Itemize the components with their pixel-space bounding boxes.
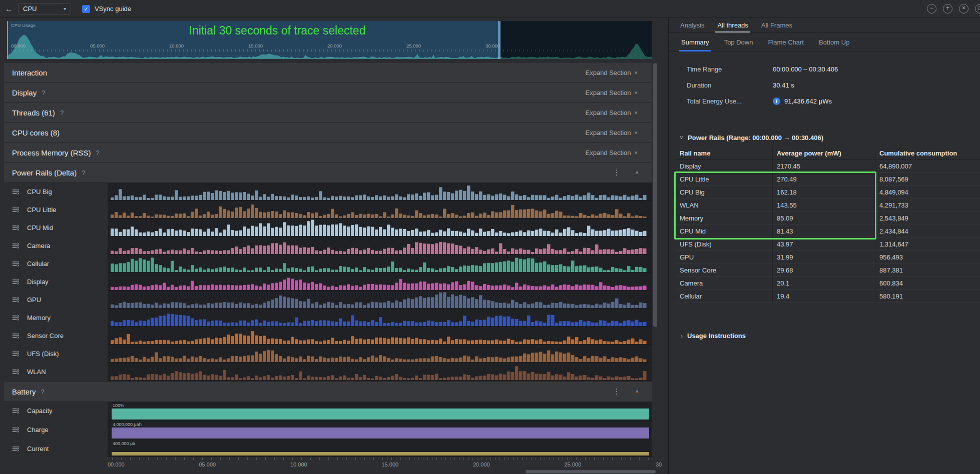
help-icon[interactable]: ? (82, 169, 85, 176)
subtab-bottom-up[interactable]: Bottom Up (811, 33, 857, 52)
help-icon[interactable]: ? (41, 388, 45, 396)
track-options-icon[interactable] (12, 368, 20, 376)
info-icon[interactable]: i (773, 98, 780, 105)
track-options-icon[interactable] (12, 332, 20, 340)
rail-table-row-display[interactable]: Display2170.4564,890,007 (676, 160, 980, 173)
collapse-section-icon[interactable]: ˄ (636, 170, 639, 176)
rail-table-row-cpu-mid[interactable]: CPU Mid81.432,434,844 (676, 225, 980, 238)
zoom-in-button[interactable]: + (943, 4, 952, 14)
checkbox-checked-icon: ✓ (82, 5, 90, 13)
expand-section-button[interactable]: Expand Section˅ (585, 149, 638, 156)
section-header-battery[interactable]: Battery?⋮˄ (4, 382, 652, 401)
column-header-average-power-mw[interactable]: Average power (mW) (772, 147, 875, 160)
help-icon[interactable]: ? (96, 149, 100, 156)
power-rail-track-cellular[interactable]: Cellular (4, 255, 652, 273)
battery-track-capacity[interactable]: Capacity100% (4, 402, 652, 421)
minimap-tick-label: 05.000 (90, 43, 105, 48)
help-icon[interactable]: ? (42, 89, 45, 96)
power-rail-track-display[interactable]: Display (4, 273, 652, 291)
more-options-icon[interactable]: ⋮ (613, 387, 621, 396)
zoom-to-selection-button[interactable]: □ (975, 4, 980, 14)
rail-table-row-sensor-core[interactable]: Sensor Core29.68887,381 (676, 264, 980, 277)
track-options-icon[interactable] (12, 206, 20, 214)
section-row-process-memory-rss[interactable]: Process Memory (RSS)?Expand Section˅ (4, 143, 652, 162)
subtab-flame-chart[interactable]: Flame Chart (760, 33, 811, 52)
track-options-icon[interactable] (12, 188, 20, 196)
track-options-icon[interactable] (12, 242, 20, 250)
subtab-top-down[interactable]: Top Down (717, 33, 761, 52)
track-chart-area (108, 201, 652, 219)
timeline-minimap[interactable]: 00.00005.00010.00015.00020.00025.00030.0… (7, 21, 652, 59)
battery-track-current[interactable]: Current400,000 μa (4, 440, 652, 457)
tab-all-frames[interactable]: All Frames (755, 18, 799, 32)
expand-section-button[interactable]: Expand Section˅ (585, 89, 638, 96)
power-rail-track-cpu-big[interactable]: CPU Big (4, 183, 652, 201)
field-value: 91,436,642 μWs (784, 98, 832, 105)
power-rail-track-wlan[interactable]: WLAN (4, 363, 652, 381)
expand-section-button[interactable]: Expand Section˅ (585, 129, 638, 136)
track-options-icon[interactable] (12, 350, 20, 358)
track-options-icon[interactable] (12, 278, 20, 286)
tab-all-threads[interactable]: All threads (711, 18, 754, 32)
vsync-guide-checkbox[interactable]: ✓ VSync guide (82, 5, 131, 13)
expand-section-label: Expand Section (585, 109, 631, 116)
subtab-summary[interactable]: Summary (674, 33, 717, 52)
power-rail-track-memory[interactable]: Memory (4, 309, 652, 327)
rail-table-row-memory[interactable]: Memory85.092,543,849 (676, 212, 980, 225)
section-row-display[interactable]: Display?Expand Section˅ (4, 83, 652, 102)
rail-table-row-cpu-little[interactable]: CPU Little270.498,087,569 (676, 173, 980, 186)
rail-table-row-wlan[interactable]: WLAN143.554,291,733 (676, 199, 980, 212)
track-options-icon[interactable] (12, 224, 20, 232)
section-row-threads-61[interactable]: Threads (61)?Expand Section˅ (4, 103, 652, 122)
total-energy-row: Total Energy Use... i 91,436,642 μWs (687, 93, 838, 109)
power-rail-track-ufs-disk[interactable]: UFS (Disk) (4, 345, 652, 363)
expand-section-button[interactable]: Expand Section˅ (585, 109, 638, 116)
section-header-power-rails[interactable]: Power Rails (Delta)?⋮˄ (4, 163, 652, 182)
power-rail-track-sensor-core[interactable]: Sensor Core (4, 327, 652, 345)
reset-zoom-button[interactable]: × (959, 4, 968, 14)
rail-table-row-cellular[interactable]: Cellular19.4580,191 (676, 290, 980, 303)
battery-track-charge[interactable]: Charge4,000,000 μah (4, 421, 652, 440)
rail-table-row-camera[interactable]: Camera20.1600,834 (676, 277, 980, 290)
track-options-icon[interactable] (12, 314, 20, 322)
track-options-icon[interactable] (12, 296, 20, 304)
vertical-scrollbar[interactable] (653, 63, 657, 327)
rail-table-row-cpu-big[interactable]: CPU Big162.184,849,094 (676, 186, 980, 199)
collapse-section-icon[interactable]: ˄ (636, 388, 639, 394)
power-rails-details-header[interactable]: ˅ Power Rails (Range: 00:00.000 → 00:30.… (680, 134, 823, 142)
rail-table-row-gpu[interactable]: GPU31.99956,493 (676, 251, 980, 264)
column-header-rail-name[interactable]: Rail name (676, 147, 772, 160)
tab-analysis[interactable]: Analysis (674, 18, 711, 32)
cell-avg: 85.09 (772, 212, 875, 224)
track-options-icon[interactable] (12, 426, 20, 434)
power-rail-track-camera[interactable]: Camera (4, 237, 652, 255)
usage-instructions-toggle[interactable]: › Usage Instructions (681, 332, 746, 340)
power-rail-track-cpu-little[interactable]: CPU Little (4, 201, 652, 219)
minimap-tick-label: 30.000 (485, 43, 500, 48)
axis-max-label: 400,000 μa (113, 441, 135, 446)
help-icon[interactable]: ? (60, 109, 64, 116)
track-options-icon[interactable] (12, 260, 20, 268)
axis-tick-label: 30 (656, 462, 662, 468)
track-label: Camera (27, 242, 50, 250)
cell-rail: GPU (676, 251, 772, 264)
vsync-guide-label: VSync guide (95, 5, 131, 12)
track-chart-area: 400,000 μa (108, 440, 652, 457)
minimap-tick-label: 25.000 (406, 43, 421, 48)
expand-section-button[interactable]: Expand Section˅ (585, 69, 638, 76)
back-button[interactable]: ← (0, 4, 18, 14)
horizontal-scrollbar[interactable] (526, 470, 656, 474)
power-rail-track-cpu-mid[interactable]: CPU Mid (4, 219, 652, 237)
process-selector-dropdown[interactable]: CPU ▾ (18, 3, 71, 15)
track-options-icon[interactable] (12, 445, 20, 452)
rail-table-row-ufs-disk[interactable]: UFS (Disk)43.971,314,647 (676, 238, 980, 251)
track-chart-area (108, 363, 652, 381)
section-row-cpu-cores-8[interactable]: CPU cores (8)Expand Section˅ (4, 123, 652, 142)
chevron-down-icon: ˅ (635, 70, 638, 76)
more-options-icon[interactable]: ⋮ (613, 168, 621, 177)
power-rail-track-gpu[interactable]: GPU (4, 291, 652, 309)
section-row-interaction[interactable]: InteractionExpand Section˅ (4, 63, 652, 82)
zoom-out-button[interactable]: − (927, 4, 936, 14)
column-header-cumulative-consumption[interactable]: Cumulative consumption (875, 147, 980, 160)
track-options-icon[interactable] (12, 407, 20, 414)
